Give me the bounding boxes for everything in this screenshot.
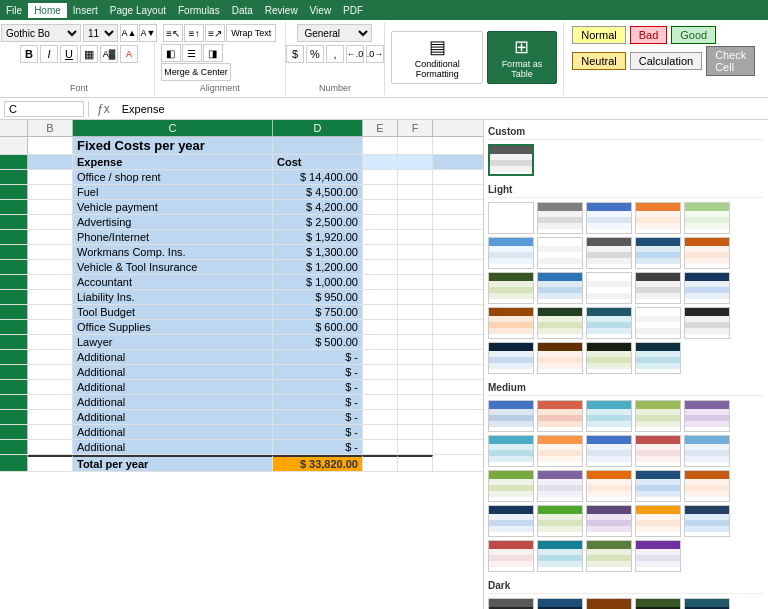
align-right-btn[interactable]: ◨ [203,44,223,62]
insert-tab[interactable]: Insert [67,3,104,18]
cell-header-c[interactable]: Expense [73,155,273,169]
check-cell-style-badge[interactable]: Check Cell [706,46,755,76]
style-thumb[interactable] [586,307,632,339]
bad-style-badge[interactable]: Bad [630,26,668,44]
style-thumb[interactable] [635,435,681,467]
formula-input[interactable] [118,102,764,116]
style-thumb[interactable] [488,505,534,537]
view-tab[interactable]: View [304,3,338,18]
style-thumb[interactable] [635,237,681,269]
style-thumb[interactable] [684,505,730,537]
style-thumb[interactable] [537,342,583,374]
style-thumb[interactable] [635,505,681,537]
number-format-select[interactable]: General [297,24,372,42]
style-thumb[interactable] [586,400,632,432]
style-thumb[interactable] [537,540,583,572]
style-thumb[interactable] [488,540,534,572]
cell-header-d[interactable]: Cost [273,155,363,169]
formulas-tab[interactable]: Formulas [172,3,226,18]
decrease-decimal-btn[interactable]: ←.0 [346,45,364,63]
style-thumb[interactable] [537,470,583,502]
style-thumb[interactable] [586,272,632,304]
font-color-button[interactable]: A [120,45,138,63]
style-thumb[interactable] [488,202,534,234]
cell-title-b[interactable] [28,137,73,154]
home-tab[interactable]: Home [28,3,67,18]
style-thumb[interactable] [488,272,534,304]
wrap-text-btn[interactable]: Wrap Text [226,24,276,42]
format-as-table-btn[interactable]: ⊞ Format as Table [487,31,556,84]
cell-title-c[interactable]: Fixed Costs per year [73,137,273,154]
increase-decimal-btn[interactable]: .0→ [366,45,384,63]
merge-center-btn[interactable]: Merge & Center [161,63,231,81]
cell-d-3[interactable]: $ 4,500.00 [273,185,363,199]
cell-c-2[interactable]: Office / shop rent [73,170,273,184]
italic-button[interactable]: I [40,45,58,63]
style-thumb[interactable] [684,307,730,339]
pagelayout-tab[interactable]: Page Layout [104,3,172,18]
conditional-formatting-btn[interactable]: ▤ Conditional Formatting [391,31,483,84]
normal-style-badge[interactable]: Normal [572,26,625,44]
style-thumb[interactable] [537,272,583,304]
align-center-btn[interactable]: ☰ [182,44,202,62]
calculation-style-badge[interactable]: Calculation [630,52,702,70]
style-thumb[interactable] [537,435,583,467]
cell-total-b[interactable] [28,455,73,471]
cell-c-3[interactable]: Fuel [73,185,273,199]
style-thumb[interactable] [635,202,681,234]
cell-title-d[interactable] [273,137,363,154]
style-thumb[interactable] [635,307,681,339]
style-thumb[interactable] [488,470,534,502]
increase-font-btn[interactable]: A▲ [120,24,138,42]
style-thumb[interactable] [684,202,730,234]
style-thumb[interactable] [488,435,534,467]
style-thumb[interactable] [488,598,534,609]
style-thumb[interactable] [684,470,730,502]
style-thumb[interactable] [586,540,632,572]
style-thumb[interactable] [586,435,632,467]
style-thumb[interactable] [635,400,681,432]
align-top-center-btn[interactable]: ≡↑ [184,24,204,42]
cell-d-2[interactable]: $ 14,400.00 [273,170,363,184]
style-thumb[interactable] [635,598,681,609]
style-thumb[interactable] [586,237,632,269]
border-button[interactable]: ▦ [80,45,98,63]
col-header-c[interactable]: C [73,120,273,136]
neutral-style-badge[interactable]: Neutral [572,52,625,70]
style-thumb[interactable] [635,342,681,374]
style-thumb[interactable] [684,435,730,467]
col-header-f[interactable]: F [398,120,433,136]
style-thumb[interactable] [586,470,632,502]
style-thumb[interactable] [537,400,583,432]
col-header-e[interactable]: E [363,120,398,136]
style-thumb[interactable] [684,400,730,432]
underline-button[interactable]: U [60,45,78,63]
percent-btn[interactable]: % [306,45,324,63]
style-thumb[interactable] [586,505,632,537]
style-thumb[interactable] [684,237,730,269]
style-thumb[interactable] [635,470,681,502]
col-header-d[interactable]: D [273,120,363,136]
font-size-select[interactable]: 11 [83,24,118,42]
style-thumb[interactable] [684,598,730,609]
file-tab[interactable]: File [0,3,28,18]
comma-btn[interactable]: , [326,45,344,63]
bold-button[interactable]: B [20,45,38,63]
align-left-btn[interactable]: ◧ [161,44,181,62]
custom-style-1[interactable] [488,144,534,176]
style-thumb[interactable] [586,598,632,609]
style-thumb[interactable] [537,598,583,609]
data-tab[interactable]: Data [226,3,259,18]
style-thumb[interactable] [537,505,583,537]
cell-total-d[interactable]: $ 33,820.00 [273,455,363,471]
font-name-select[interactable]: Gothic Bo [1,24,81,42]
fill-color-button[interactable]: A▓ [100,45,118,63]
style-thumb[interactable] [586,342,632,374]
style-thumb[interactable] [537,237,583,269]
style-thumb[interactable] [488,342,534,374]
style-thumb[interactable] [537,202,583,234]
name-box[interactable] [4,101,84,117]
col-header-b[interactable]: B [28,120,73,136]
style-thumb[interactable] [537,307,583,339]
style-thumb[interactable] [586,202,632,234]
